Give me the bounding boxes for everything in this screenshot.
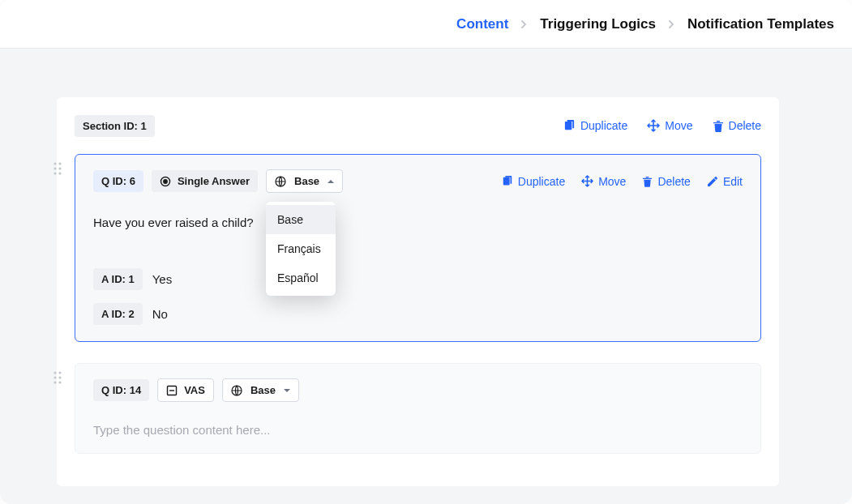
svg-point-22 bbox=[54, 381, 56, 383]
vas-icon bbox=[166, 385, 178, 396]
drag-handle-icon[interactable] bbox=[53, 370, 62, 385]
duplicate-label: Duplicate bbox=[580, 119, 627, 132]
edit-label: Edit bbox=[723, 175, 743, 188]
language-option[interactable]: Español bbox=[266, 263, 336, 293]
delete-button[interactable]: Delete bbox=[642, 175, 690, 188]
question-type-badge: Single Answer bbox=[152, 170, 258, 192]
edit-button[interactable]: Edit bbox=[707, 175, 743, 188]
tab-separator bbox=[521, 18, 527, 31]
answer-id-badge: A ID: 1 bbox=[93, 268, 143, 290]
answer-row: A ID: 1 Yes bbox=[93, 268, 743, 290]
duplicate-icon bbox=[502, 176, 513, 187]
answer-id-badge: A ID: 2 bbox=[93, 303, 143, 325]
svg-point-15 bbox=[164, 179, 167, 182]
svg-point-10 bbox=[54, 167, 56, 169]
delete-label: Delete bbox=[729, 119, 761, 132]
chevron-down-icon bbox=[284, 388, 290, 393]
svg-point-9 bbox=[58, 162, 61, 164]
question-type-label: Single Answer bbox=[178, 175, 250, 187]
question-id-badge: Q ID: 6 bbox=[93, 170, 143, 192]
svg-point-11 bbox=[58, 167, 61, 169]
delete-button[interactable]: Delete bbox=[713, 119, 761, 132]
answer-text: No bbox=[152, 307, 168, 321]
question-card: Q ID: 14 VAS Base Type the question cont… bbox=[75, 363, 761, 454]
svg-point-23 bbox=[58, 381, 61, 383]
duplicate-button[interactable]: Duplicate bbox=[502, 175, 565, 188]
language-dropdown: Base Français Español bbox=[266, 202, 336, 296]
tab-content[interactable]: Content bbox=[455, 13, 510, 36]
question-text: Have you ever raised a child? bbox=[93, 216, 743, 229]
duplicate-label: Duplicate bbox=[518, 175, 565, 188]
move-button[interactable]: Move bbox=[581, 175, 626, 188]
tab-separator bbox=[669, 18, 674, 31]
svg-point-21 bbox=[58, 376, 61, 378]
question-type-label: VAS bbox=[184, 384, 205, 396]
svg-point-18 bbox=[54, 371, 56, 374]
duplicate-icon bbox=[563, 120, 576, 132]
edit-icon bbox=[707, 176, 718, 187]
language-selected: Base bbox=[294, 175, 319, 187]
svg-point-20 bbox=[54, 376, 56, 378]
drag-handle-icon[interactable] bbox=[53, 161, 62, 176]
language-select[interactable]: Base bbox=[222, 378, 299, 402]
delete-icon bbox=[642, 176, 653, 187]
question-id-badge: Q ID: 14 bbox=[93, 379, 149, 401]
delete-label: Delete bbox=[657, 175, 690, 188]
move-label: Move bbox=[665, 119, 692, 132]
svg-point-12 bbox=[54, 172, 56, 174]
globe-icon bbox=[231, 385, 242, 396]
globe-icon bbox=[275, 176, 286, 187]
move-icon bbox=[647, 119, 660, 132]
svg-point-8 bbox=[54, 162, 56, 164]
delete-icon bbox=[713, 120, 724, 132]
move-icon bbox=[581, 175, 593, 187]
section-id-badge: Section ID: 1 bbox=[75, 115, 155, 137]
move-label: Move bbox=[598, 175, 626, 188]
answer-row: A ID: 2 No bbox=[93, 303, 743, 325]
svg-rect-17 bbox=[503, 177, 510, 185]
language-option[interactable]: Français bbox=[266, 234, 336, 263]
svg-point-13 bbox=[58, 172, 61, 174]
section-card: Section ID: 1 Duplicate Move Delete bbox=[57, 97, 779, 486]
language-selected: Base bbox=[250, 384, 276, 396]
language-option[interactable]: Base bbox=[266, 205, 336, 234]
top-tabs: Content Triggering Logics Notification T… bbox=[0, 0, 852, 49]
tab-notification-templates[interactable]: Notification Templates bbox=[686, 13, 836, 36]
duplicate-button[interactable]: Duplicate bbox=[563, 119, 627, 132]
move-button[interactable]: Move bbox=[647, 119, 692, 132]
answer-text: Yes bbox=[152, 272, 172, 286]
tab-triggering-logics[interactable]: Triggering Logics bbox=[538, 13, 657, 36]
svg-point-19 bbox=[58, 371, 61, 374]
question-type-badge: VAS bbox=[157, 378, 214, 402]
question-placeholder[interactable]: Type the question content here... bbox=[93, 423, 743, 437]
radio-dot-icon bbox=[160, 176, 171, 187]
chevron-up-icon bbox=[328, 179, 334, 184]
question-card: Q ID: 6 Single Answer Base Base bbox=[75, 154, 761, 342]
language-select[interactable]: Base bbox=[266, 169, 343, 193]
